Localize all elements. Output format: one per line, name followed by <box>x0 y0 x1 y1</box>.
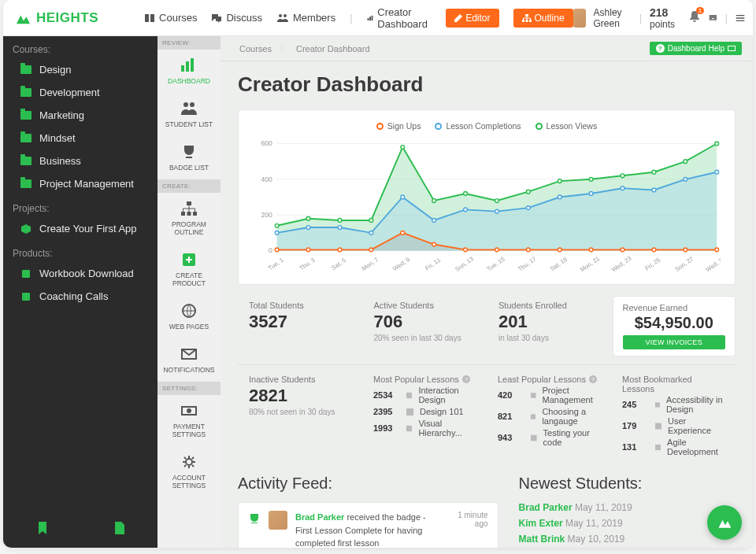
svg-text:Tue, 1: Tue, 1 <box>267 257 285 272</box>
nav-courses[interactable]: Courses <box>144 12 197 24</box>
sidebar-product-workbook[interactable]: Workbook Download <box>3 262 158 285</box>
student-line[interactable]: Kim Exter May 11, 2019 <box>519 518 736 529</box>
svg-point-57 <box>464 192 468 196</box>
svg-rect-104 <box>655 402 660 407</box>
svg-text:Sat, 19: Sat, 19 <box>549 256 569 272</box>
svg-point-97 <box>715 248 719 252</box>
sidenav-program-outline[interactable]: PROGRAM OUTLINE <box>158 193 220 244</box>
folder-icon <box>20 88 32 97</box>
logo[interactable]: HEIGHTS <box>14 10 98 26</box>
folder-icon <box>20 157 32 165</box>
lesson-row[interactable]: 821Choosing a langauge <box>498 407 600 426</box>
stats-row-2: Inactive Students 2821 80% not seen in 3… <box>238 364 736 459</box>
notification-badge: 1 <box>696 7 704 14</box>
sitemap-icon <box>522 14 532 22</box>
lesson-row[interactable]: 2534Interaction Design <box>373 386 476 404</box>
svg-point-92 <box>558 248 561 252</box>
lesson-row[interactable]: 131Agile Development <box>622 438 724 456</box>
feed-item[interactable]: Brad Parker received the badge - First L… <box>238 502 498 548</box>
svg-point-67 <box>275 231 279 235</box>
editor-button[interactable]: Editor <box>446 9 498 28</box>
svg-rect-7 <box>525 20 528 22</box>
legend-signups[interactable]: Sign Ups <box>376 121 421 131</box>
dashboard-help-button[interactable]: ?Dashboard Help <box>650 42 742 55</box>
sidenav-create-product[interactable]: CREATE PRODUCT <box>158 244 220 295</box>
folder-icon <box>20 65 32 74</box>
svg-rect-6 <box>522 20 524 22</box>
svg-point-54 <box>369 219 373 223</box>
page-title: Creator Dashboard <box>238 72 736 97</box>
student-line[interactable]: Brad Parker May 11, 2019 <box>519 502 736 513</box>
sidebar-project-first-app[interactable]: Create Your First App <box>3 217 158 240</box>
svg-rect-103 <box>531 434 537 441</box>
people-icon <box>276 13 289 23</box>
sidebar-course-design[interactable]: Design <box>3 58 158 81</box>
projects-section-label: Projects: <box>3 195 158 217</box>
legend-views[interactable]: Lesson Views <box>536 121 598 131</box>
main-content: Courses 〉 Creator Dashboard ?Dashboard H… <box>220 36 753 548</box>
sidenav-badge-list[interactable]: BADGE LIST <box>158 136 220 179</box>
product-icon <box>20 268 32 279</box>
svg-rect-26 <box>728 46 736 50</box>
svg-rect-9 <box>22 270 30 278</box>
svg-rect-18 <box>187 212 191 216</box>
svg-rect-16 <box>187 201 191 205</box>
inbox-icon[interactable] <box>709 13 717 24</box>
pencil-icon <box>454 14 462 22</box>
lesson-row[interactable]: 179User Experience <box>622 416 724 435</box>
sidenav-student-list[interactable]: STUDENT LIST <box>158 93 220 136</box>
breadcrumb-creator-dashboard[interactable]: Creator Dashboard <box>288 44 378 54</box>
nav-discuss[interactable]: Discuss <box>211 12 262 24</box>
people-icon <box>180 101 198 116</box>
lesson-row[interactable]: 420Project Management <box>498 386 600 404</box>
file-footer-icon[interactable] <box>115 522 124 537</box>
svg-point-59 <box>526 190 530 194</box>
avatar[interactable] <box>573 9 586 28</box>
user-name[interactable]: Ashley Green <box>594 7 632 29</box>
svg-point-77 <box>589 192 593 196</box>
sidenav-payment-settings[interactable]: PAYMENT SETTINGS <box>158 395 220 446</box>
sidebar-product-coaching[interactable]: Coaching Calls <box>3 285 158 308</box>
help-icon[interactable]: ? <box>462 375 470 383</box>
globe-icon <box>180 303 198 319</box>
sidenav-notifications[interactable]: NOTIFICATIONS <box>158 338 220 382</box>
total-students: 3527 <box>249 312 352 332</box>
book-icon <box>144 13 155 23</box>
sidenav-account-settings[interactable]: ACCOUNT SETTINGS <box>158 446 220 497</box>
svg-rect-13 <box>191 58 194 72</box>
sidebar-course-mindset[interactable]: Mindset <box>3 127 158 150</box>
svg-point-87 <box>401 231 405 235</box>
student-line[interactable]: Matt Brink May 10, 2019 <box>519 534 736 545</box>
bookmark-footer-icon[interactable] <box>37 522 48 537</box>
outline-button[interactable]: Outline <box>513 9 573 28</box>
svg-text:Mon, 7: Mon, 7 <box>361 256 380 272</box>
lesson-row[interactable]: 1993Visual Hierarchy... <box>373 419 476 438</box>
sidenav-dashboard[interactable]: DASHBOARD <box>158 50 220 93</box>
sidebar-course-pm[interactable]: Project Management <box>3 172 158 195</box>
help-icon[interactable]: ? <box>589 375 597 383</box>
svg-point-74 <box>495 209 499 213</box>
notifications-button[interactable]: 1 <box>688 10 701 25</box>
svg-point-73 <box>464 208 468 212</box>
lesson-row[interactable]: 245Accessibility in Design <box>622 395 724 414</box>
sidebar-course-development[interactable]: Development <box>3 81 158 104</box>
svg-text:Sun, 13: Sun, 13 <box>454 255 475 273</box>
sidebar-course-business[interactable]: Business <box>3 150 158 172</box>
top-right: Ashley Green | 218 points 1 | <box>573 6 745 30</box>
view-invoices-button[interactable]: VIEW INVOICES <box>623 335 726 349</box>
breadcrumb-courses[interactable]: Courses <box>232 44 280 54</box>
svg-point-51 <box>275 223 279 227</box>
logo-icon <box>717 515 732 530</box>
svg-rect-12 <box>186 61 189 72</box>
svg-point-62 <box>621 174 624 178</box>
menu-icon[interactable] <box>736 13 745 24</box>
svg-text:Sun, 27: Sun, 27 <box>673 255 695 273</box>
lesson-row[interactable]: 943Testing your code <box>498 428 600 447</box>
lesson-row[interactable]: 2395Design 101 <box>373 407 476 416</box>
legend-completions[interactable]: Lesson Completions <box>435 121 521 131</box>
nav-members[interactable]: Members <box>276 12 335 24</box>
sidenav-web-pages[interactable]: WEB PAGES <box>158 295 220 338</box>
sidebar-course-marketing[interactable]: Marketing <box>3 104 158 127</box>
nav-creator-dashboard[interactable]: Creator Dashboard <box>367 6 432 30</box>
fab-button[interactable] <box>707 505 742 540</box>
